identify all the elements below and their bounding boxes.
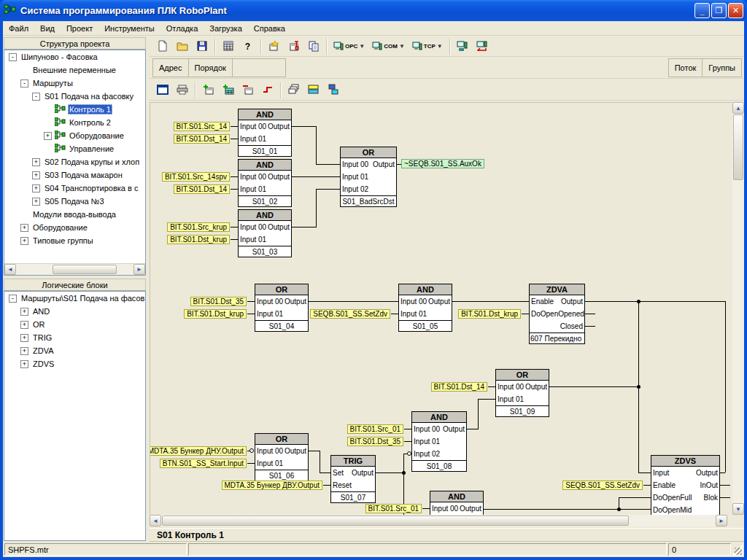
align-vertical-button[interactable]: [324, 82, 342, 99]
input-signal-tag[interactable]: BIT.S01.Src_14spv: [162, 172, 230, 182]
input-signal-tag[interactable]: BIT.S01.Dst_35: [190, 297, 247, 306]
scroll-right-icon[interactable]: ►: [133, 264, 145, 275]
scroll-left-icon[interactable]: ◄: [4, 264, 16, 275]
input-signal-tag[interactable]: BIT.S01.Src_01: [365, 504, 422, 513]
close-button[interactable]: ✕: [728, 3, 743, 18]
vscroll-thumb[interactable]: [733, 114, 743, 180]
input-signal-tag[interactable]: BIT.S01.Src_krup: [167, 222, 230, 232]
maximize-button[interactable]: ❐: [711, 3, 727, 18]
blocks-item-zdvs[interactable]: +ZDVS: [4, 357, 145, 370]
new-file-button[interactable]: [153, 38, 171, 55]
menu-debug[interactable]: Отладка: [160, 23, 204, 34]
scroll-right-icon[interactable]: ►: [716, 515, 727, 526]
menu-view[interactable]: Вид: [34, 23, 61, 34]
com-connect-button[interactable]: COM▼: [369, 38, 408, 55]
expand-icon[interactable]: +: [20, 321, 28, 329]
block-S01_09[interactable]: ORInput 00OutputInput 01S01_09: [495, 369, 549, 417]
input-signal-tag[interactable]: BIT.S01.Dst_14: [174, 184, 230, 194]
blocks-item-root[interactable]: -Маршруты\S01 Подача на фасов: [4, 292, 145, 305]
tree-item-s05[interactable]: +S05 Подача №3: [4, 195, 145, 208]
input-signal-tag[interactable]: BIT.S01.Src_14: [174, 122, 230, 131]
export-block-button[interactable]: [285, 38, 303, 55]
menu-file[interactable]: Файл: [3, 23, 34, 34]
menu-load[interactable]: Загрузка: [204, 23, 247, 34]
delete-block-button[interactable]: [239, 82, 257, 99]
input-signal-tag[interactable]: MDTA.35 Бункер ДВУ.Output: [222, 481, 322, 490]
input-signal-tag[interactable]: BIT.S01.Dst_krup: [184, 309, 247, 319]
new-window-button[interactable]: [153, 82, 171, 99]
open-file-button[interactable]: [173, 38, 191, 55]
hscroll-thumb[interactable]: [53, 265, 117, 274]
order-button[interactable]: Порядок: [188, 58, 233, 77]
table-editor-button[interactable]: [219, 38, 237, 55]
opc-connect-button[interactable]: OPC▼: [330, 38, 368, 55]
diagram-hscrollbar[interactable]: ◄ ►: [150, 515, 727, 526]
hscroll-thumb[interactable]: [162, 516, 629, 526]
expand-icon[interactable]: +: [20, 334, 28, 342]
input-signal-tag[interactable]: BIT.S01.Dst_14: [174, 134, 230, 144]
menu-help[interactable]: Справка: [248, 23, 291, 34]
flow-button[interactable]: Поток: [668, 58, 703, 77]
blocks-item-zdva[interactable]: +ZDVA: [4, 344, 145, 357]
sync-button[interactable]: [473, 38, 492, 55]
help-button[interactable]: ?: [239, 38, 257, 55]
input-signal-tag[interactable]: MDTA.35 Бункер ДНУ.Output: [150, 446, 247, 456]
expand-icon[interactable]: +: [44, 132, 52, 140]
import-block-button[interactable]: [265, 38, 283, 55]
address-button[interactable]: Адрес: [152, 58, 189, 77]
tree-item-s01[interactable]: -S01 Подача на фасовку: [4, 90, 145, 103]
block-zdva-607[interactable]: ZDVAEnableOutputDoOpenOpenedClosed607 Пе…: [529, 284, 585, 344]
scroll-down-icon[interactable]: ▼: [732, 503, 744, 515]
expand-icon[interactable]: +: [32, 198, 40, 206]
add-block-button[interactable]: [199, 82, 217, 99]
output-signal-tag[interactable]: ~SEQB.S01_SS.AuxOk: [401, 159, 484, 168]
block-zdvs[interactable]: ZDVSInputOutputEnableInOutDoOpenFullBlok…: [651, 455, 720, 515]
input-signal-tag[interactable]: SEQB.S01_SS.SetZdv: [310, 309, 390, 319]
tree-item-s03[interactable]: +S03 Подача макарон: [4, 168, 145, 182]
input-signal-tag[interactable]: SEQB.S01_SS.SetZdv: [562, 481, 643, 490]
diagram-canvas[interactable]: ANDInput 00OutputInput 01S01_01ANDInput …: [150, 102, 732, 515]
block-S01_BadSrcDst[interactable]: ORInput 00OutputInput 01Input 02S01_BadS…: [340, 147, 397, 207]
minimize-button[interactable]: _: [694, 3, 710, 18]
groups-button[interactable]: Группы: [702, 58, 742, 77]
tree-item-management[interactable]: Управление: [4, 142, 145, 155]
align-horizontal-button[interactable]: [304, 82, 322, 99]
expand-icon[interactable]: +: [32, 171, 40, 179]
collapse-icon[interactable]: -: [9, 53, 17, 61]
tree-item-control2[interactable]: Контроль 2: [4, 116, 145, 129]
input-signal-tag[interactable]: BIT.S01.Dst_35: [347, 437, 403, 446]
tcp-connect-button[interactable]: TCP▼: [409, 38, 446, 55]
dropdown-arrow-icon[interactable]: ▼: [437, 43, 443, 50]
block-S01_08[interactable]: ANDInput 00OutputInput 01Input 02S01_08: [411, 411, 467, 472]
scroll-up-icon[interactable]: ▲: [732, 102, 744, 114]
block-S01_02[interactable]: ANDInput 00OutputInput 01S01_02: [238, 159, 292, 207]
expand-icon[interactable]: +: [20, 360, 28, 368]
expand-icon[interactable]: +: [32, 158, 40, 166]
diagram-vscrollbar[interactable]: ▲ ▼: [732, 102, 744, 515]
block-S01_03[interactable]: ANDInput 00OutputInput 01S01_03: [238, 209, 292, 257]
expand-icon[interactable]: +: [20, 347, 28, 355]
tree-item-equipment2[interactable]: +Оборудование: [4, 221, 145, 234]
step-button[interactable]: [258, 82, 276, 99]
tree-item-s04[interactable]: +S04 Транспортировка в с: [4, 182, 145, 195]
tree-item-type-groups[interactable]: +Типовые группы: [4, 234, 145, 247]
project-tree-hscrollbar[interactable]: ◄►: [4, 263, 145, 275]
scroll-left-icon[interactable]: ◄: [150, 515, 161, 526]
tree-item-externals[interactable]: Внешние переменные: [4, 63, 145, 77]
tree-item-routes[interactable]: -Маршруты: [4, 77, 145, 90]
block-S01_01[interactable]: ANDInput 00OutputInput 01S01_01: [238, 109, 292, 157]
collapse-icon[interactable]: -: [32, 93, 40, 101]
copy-button[interactable]: [304, 38, 322, 55]
input-signal-tag[interactable]: BTN.S01_SS_Start.Input: [160, 459, 247, 468]
blocks-item-or[interactable]: +OR: [4, 318, 145, 331]
blocks-item-trig[interactable]: +TRIG: [4, 331, 145, 344]
block-S01_04[interactable]: ORInput 00OutputInput 01S01_04: [255, 284, 309, 332]
block-S01_05[interactable]: ANDInput 00OutputInput 01S01_05: [398, 284, 452, 332]
expand-icon[interactable]: +: [32, 184, 40, 192]
block-and-bottom[interactable]: ANDInput 00OutputInput 01: [430, 491, 484, 515]
menu-tools[interactable]: Инструменты: [98, 23, 160, 34]
menu-project[interactable]: Проект: [61, 23, 98, 34]
input-signal-tag[interactable]: BIT.S01.Dst_krup: [458, 309, 521, 319]
block-S01_06[interactable]: ORInput 00OutputInput 01S01_06: [255, 433, 309, 481]
collapse-icon[interactable]: -: [9, 295, 17, 303]
